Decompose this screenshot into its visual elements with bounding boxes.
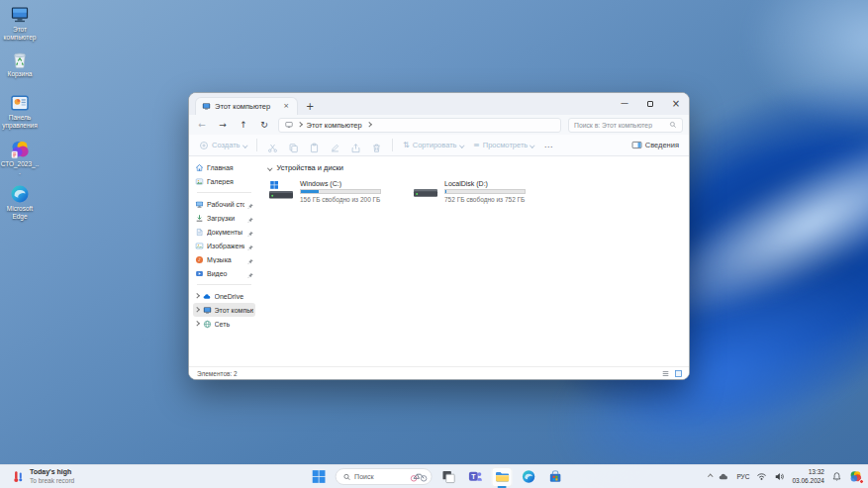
drive-name: Windows (C:) xyxy=(300,180,381,187)
clock[interactable]: 13:32 03.06.2024 xyxy=(792,468,824,484)
desktop-icon-recycle-bin[interactable]: Корзина xyxy=(0,49,40,78)
maximize-button[interactable] xyxy=(637,93,663,115)
more-options-button[interactable]: … xyxy=(544,141,553,149)
minimize-button[interactable]: — xyxy=(612,93,637,115)
thumbnail-view-toggle[interactable] xyxy=(674,369,683,378)
file-explorer-button[interactable] xyxy=(491,467,512,487)
sidebar-item-label: Рабочий стол xyxy=(207,201,244,208)
close-button[interactable]: × xyxy=(663,93,689,115)
desktop-icon-control-panel[interactable]: Панель управления xyxy=(0,93,40,130)
drive-free-space: 156 ГБ свободно из 200 ГБ xyxy=(300,196,381,203)
share-button[interactable] xyxy=(350,140,361,150)
sidebar-item-this-pc[interactable]: Этот компьютер xyxy=(193,303,255,317)
start-button[interactable] xyxy=(308,467,329,487)
sidebar-item-label: Музыка xyxy=(207,256,244,263)
sidebar-item-label: Этот компьютер xyxy=(215,307,254,314)
breadcrumb-chevron-icon xyxy=(366,123,371,128)
file-explorer-window: Этот компьютер × + — × ← → ↑ ↻ Этот комп… xyxy=(188,92,690,380)
new-button-label: Создать xyxy=(212,141,241,149)
refresh-button[interactable]: ↻ xyxy=(257,121,271,130)
group-header-devices-and-drives[interactable]: Устройства и диски xyxy=(268,163,679,172)
sidebar-item-onedrive[interactable]: OneDrive xyxy=(193,289,255,303)
desktop-icon-this-pc[interactable]: Этот компьютер xyxy=(0,5,40,42)
new-tab-button[interactable]: + xyxy=(306,102,314,112)
delete-button[interactable] xyxy=(371,140,382,150)
sidebar-item-network[interactable]: Сеть xyxy=(193,317,255,331)
toolbar-divider xyxy=(256,139,257,151)
share-icon xyxy=(350,143,361,153)
wifi-icon[interactable] xyxy=(756,471,767,482)
tray-colorful-app-icon[interactable] xyxy=(849,470,862,483)
expand-chevron-icon[interactable] xyxy=(194,294,199,299)
sidebar-item-label: Документы xyxy=(207,229,244,236)
details-pane-icon xyxy=(631,140,642,150)
details-pane-label: Сведения xyxy=(645,141,679,149)
back-button[interactable]: ← xyxy=(195,121,209,130)
items-count: Элементов: 2 xyxy=(197,370,238,377)
recycle-bin-icon xyxy=(10,49,30,69)
up-button[interactable]: ↑ xyxy=(237,121,250,130)
taskbar-search-input[interactable]: Поиск xyxy=(335,468,432,485)
sidebar-item-home[interactable]: Главная xyxy=(193,160,255,174)
maximize-icon xyxy=(647,101,653,107)
new-button[interactable]: Создать xyxy=(199,141,246,150)
view-button[interactable]: ≡ Просмотреть xyxy=(473,141,534,149)
edge-button[interactable] xyxy=(518,467,538,487)
content-pane: Устройства и диски xyxy=(258,156,689,366)
drive-d-icon xyxy=(413,180,438,204)
sidebar-item-gallery[interactable]: Галерея xyxy=(193,174,255,188)
more-icon: … xyxy=(544,141,553,149)
pictures-icon xyxy=(195,242,204,250)
expand-chevron-icon[interactable] xyxy=(194,322,199,327)
sort-button[interactable]: ⇅ Сортировать xyxy=(403,141,463,149)
details-pane-button[interactable]: Сведения xyxy=(631,140,679,150)
drives-list: Windows (C:) 156 ГБ свободно из 200 ГБ xyxy=(268,180,679,204)
drive-item-c[interactable]: Windows (C:) 156 ГБ свободно из 200 ГБ xyxy=(268,180,381,204)
desktop-icon-edge[interactable]: Microsoft Edge xyxy=(0,184,40,221)
store-button[interactable] xyxy=(544,467,565,487)
control-panel-icon xyxy=(10,93,30,113)
expand-chevron-icon[interactable] xyxy=(194,308,199,313)
cut-button[interactable] xyxy=(267,140,278,150)
system-tray: РУС 13:32 03.06.2024 xyxy=(709,465,864,488)
teams-icon: T xyxy=(467,469,482,484)
teams-button[interactable]: T xyxy=(464,467,485,487)
forward-button[interactable]: → xyxy=(216,121,230,130)
sidebar-item-label: Загрузки xyxy=(207,215,244,222)
desktop-folder-icon xyxy=(195,200,204,209)
sidebar-divider xyxy=(197,192,251,193)
breadcrumb-root[interactable]: Этот компьютер xyxy=(307,121,362,130)
address-bar[interactable]: Этот компьютер xyxy=(278,118,561,133)
new-plus-icon xyxy=(199,141,209,150)
navigation-bar: ← → ↑ ↻ Этот компьютер Поиск в: Этот ком… xyxy=(189,115,689,135)
onedrive-tray-icon[interactable] xyxy=(719,471,729,482)
search-placeholder: Поиск xyxy=(354,473,405,480)
sort-icon: ⇅ xyxy=(403,142,410,149)
tab-this-pc[interactable]: Этот компьютер × xyxy=(195,97,298,115)
language-indicator[interactable]: РУС xyxy=(736,473,749,480)
explorer-search-input[interactable]: Поиск в: Этот компьютер xyxy=(568,118,683,133)
volume-icon[interactable] xyxy=(774,471,785,482)
copy-button[interactable] xyxy=(288,140,299,150)
clock-time: 13:32 xyxy=(792,468,824,476)
window-controls: — × xyxy=(612,93,689,115)
drive-item-d[interactable]: LocalDisk (D:) 752 ГБ свободно из 752 ГБ xyxy=(413,180,526,204)
drive-info: Windows (C:) 156 ГБ свободно из 200 ГБ xyxy=(300,180,381,204)
rename-button[interactable] xyxy=(330,140,340,150)
tab-close-icon[interactable]: × xyxy=(281,103,291,110)
desktop-icon-sto-app[interactable]: СТО_2023_... xyxy=(0,140,40,176)
tab-title: Этот компьютер xyxy=(215,102,277,111)
paste-icon xyxy=(309,143,320,153)
sidebar-item-label: OneDrive xyxy=(215,293,254,300)
chevron-down-icon xyxy=(242,143,247,147)
weather-widget[interactable]: Today's high To break record xyxy=(6,465,80,488)
list-view-toggle[interactable] xyxy=(661,369,670,378)
paste-button[interactable] xyxy=(309,140,320,150)
hidden-icons-button[interactable] xyxy=(709,475,713,479)
notifications-bell-icon[interactable] xyxy=(831,471,842,482)
clock-date: 03.06.2024 xyxy=(792,477,824,485)
task-view-button[interactable] xyxy=(437,467,458,487)
sidebar-item-label: Изображения xyxy=(207,243,244,249)
colorful-app-icon xyxy=(10,140,30,159)
sidebar-item-videos[interactable]: Видео xyxy=(193,266,255,280)
